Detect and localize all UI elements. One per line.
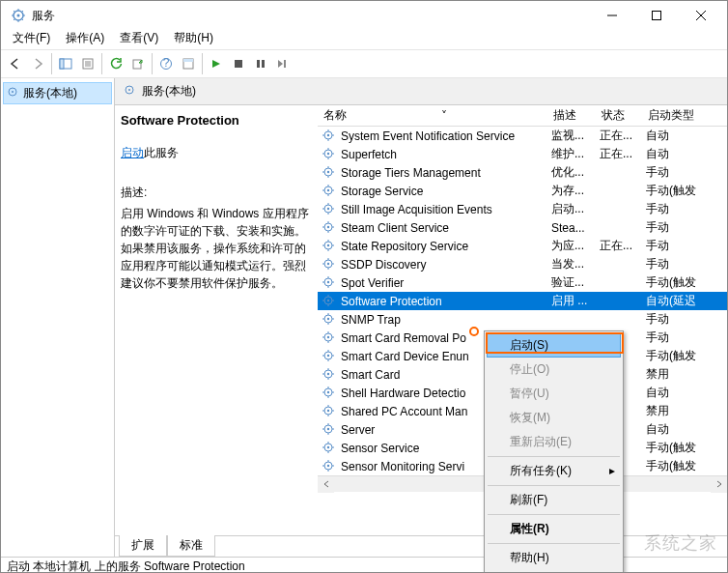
svg-point-50 — [327, 409, 329, 411]
context-item[interactable]: 所有任务(K)▸ — [487, 459, 621, 483]
pause-service-button[interactable] — [250, 53, 271, 74]
service-type-cell: 手动 — [646, 219, 708, 236]
service-row[interactable]: Storage Tiers Management优化...手动 — [318, 163, 727, 182]
context-item[interactable]: 刷新(F) — [487, 488, 621, 512]
svg-point-36 — [327, 280, 329, 282]
service-name-cell: SNMP Trap — [341, 313, 551, 327]
gear-icon — [322, 165, 337, 181]
service-desc-cell: 监视... — [551, 128, 600, 144]
svg-point-26 — [327, 188, 329, 190]
start-service-link[interactable]: 启动 — [121, 146, 144, 159]
maximize-button[interactable] — [634, 1, 679, 30]
forward-button[interactable] — [27, 53, 48, 74]
svg-rect-2 — [653, 12, 661, 20]
back-button[interactable] — [5, 53, 26, 74]
svg-rect-10 — [183, 59, 193, 62]
restart-service-button[interactable] — [272, 53, 294, 74]
tab-extended[interactable]: 扩展 — [119, 535, 167, 557]
col-status[interactable]: 状态 — [596, 105, 642, 126]
service-type-cell: 自动 — [646, 385, 708, 401]
service-desc-cell: 当发... — [551, 256, 600, 272]
svg-rect-14 — [284, 60, 286, 68]
service-type-cell: 自动(延迟 — [646, 293, 708, 309]
export-list-button[interactable] — [127, 53, 149, 74]
gear-icon — [322, 239, 337, 254]
svg-rect-11 — [235, 60, 242, 68]
svg-text:?: ? — [163, 57, 170, 70]
context-item[interactable]: 启动(S) — [487, 333, 621, 358]
status-text: 启动 本地计算机 上的服务 Software Protection — [7, 559, 245, 573]
svg-point-48 — [327, 390, 329, 392]
right-header: 服务(本地) — [115, 78, 727, 105]
gear-icon — [322, 275, 337, 291]
service-row[interactable]: Superfetch维护...正在...自动 — [318, 145, 727, 163]
properties-button[interactable] — [178, 53, 199, 74]
service-row[interactable]: Software Protection启用 ...自动(延迟 — [318, 292, 727, 310]
sort-indicator-icon: ˅ — [441, 109, 447, 123]
service-name-heading: Software Protection — [121, 113, 310, 128]
service-name-cell: Superfetch — [341, 148, 551, 161]
menu-view[interactable]: 查看(V) — [112, 30, 166, 49]
gear-icon — [322, 441, 337, 456]
refresh-button[interactable] — [105, 53, 126, 74]
service-row[interactable]: Storage Service为存...手动(触发 — [318, 182, 727, 200]
service-row[interactable]: System Event Notification Service监视...正在… — [318, 127, 727, 145]
menu-action[interactable]: 操作(A) — [58, 30, 112, 49]
gear-icon — [123, 83, 136, 100]
start-service-button[interactable] — [206, 53, 227, 74]
annotation-circle — [469, 327, 479, 336]
service-row[interactable]: Still Image Acquisition Events启动...手动 — [318, 200, 727, 218]
svg-point-38 — [327, 299, 329, 301]
col-description[interactable]: 描述 — [547, 105, 596, 126]
svg-point-34 — [327, 262, 329, 264]
service-row[interactable]: Steam Client ServiceStea...手动 — [318, 218, 727, 237]
svg-point-18 — [128, 89, 130, 91]
scroll-left-button[interactable] — [318, 476, 334, 493]
menu-bar: 文件(F) 操作(A) 查看(V) 帮助(H) — [1, 30, 727, 49]
context-separator — [488, 485, 620, 486]
service-name-cell: System Event Notification Service — [341, 129, 551, 143]
col-startup-type[interactable]: 启动类型 — [642, 105, 704, 126]
gear-icon — [322, 129, 337, 144]
gear-icon — [322, 404, 337, 419]
context-item[interactable]: 属性(R) — [487, 517, 621, 541]
context-item[interactable]: 帮助(H) — [487, 546, 621, 570]
service-status-cell: 正在... — [600, 128, 646, 144]
tab-standard[interactable]: 标准 — [167, 535, 215, 557]
svg-rect-12 — [257, 60, 260, 68]
service-desc-cell: Stea... — [551, 221, 600, 235]
stop-service-button[interactable] — [228, 53, 249, 74]
service-type-cell: 手动 — [646, 164, 708, 181]
list-header: 名称˅ 描述 状态 启动类型 — [318, 105, 727, 127]
service-row[interactable]: Spot Verifier验证...手动(触发 — [318, 273, 727, 292]
gear-icon — [322, 349, 337, 364]
service-type-cell: 自动 — [646, 421, 708, 438]
svg-rect-4 — [60, 59, 64, 69]
help-button[interactable]: ? — [155, 53, 177, 74]
gear-icon — [322, 330, 337, 346]
gear-icon — [322, 312, 337, 328]
svg-point-52 — [327, 427, 329, 429]
service-type-cell: 手动(触发 — [646, 348, 708, 364]
scroll-right-button[interactable] — [711, 476, 727, 493]
context-item: 恢复(M) — [487, 406, 621, 430]
gear-icon — [322, 257, 337, 272]
service-desc-cell: 启动... — [551, 201, 600, 217]
close-button[interactable] — [679, 1, 723, 30]
service-row[interactable]: SSDP Discovery当发...手动 — [318, 255, 727, 273]
tree-node-services-local[interactable]: 服务(本地) — [3, 82, 112, 104]
export-button[interactable] — [77, 53, 98, 74]
service-row[interactable]: State Repository Service为应...正在...手动 — [318, 237, 727, 255]
svg-point-16 — [12, 91, 14, 93]
menu-file[interactable]: 文件(F) — [5, 30, 58, 49]
left-tree-pane: 服务(本地) — [1, 78, 115, 557]
col-name[interactable]: 名称˅ — [318, 105, 547, 126]
menu-help[interactable]: 帮助(H) — [166, 30, 221, 49]
description-label: 描述: — [121, 185, 310, 201]
show-hide-tree-button[interactable] — [55, 53, 76, 74]
gear-icon — [322, 386, 337, 401]
service-row[interactable]: SNMP Trap手动 — [318, 310, 727, 329]
minimize-button[interactable] — [590, 1, 634, 30]
service-desc-cell: 为应... — [551, 238, 600, 254]
toolbar: ? — [1, 49, 727, 78]
